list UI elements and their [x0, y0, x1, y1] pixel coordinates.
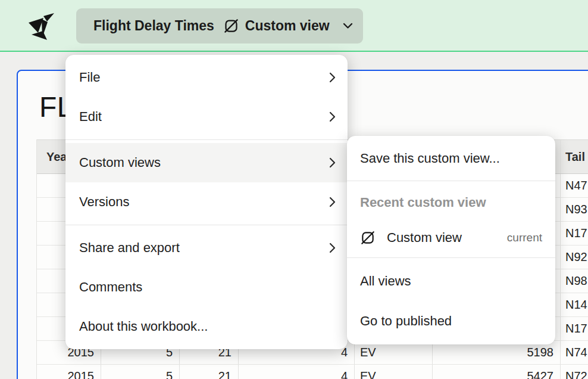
menu-divider [347, 257, 555, 258]
cell[interactable]: N74 [561, 341, 588, 364]
cell[interactable]: 2015 [37, 365, 101, 379]
menu-item-custom-views[interactable]: Custom views [65, 143, 348, 182]
menu-item-versions[interactable]: Versions [65, 182, 348, 222]
submenu-item-label: Custom view [387, 230, 462, 246]
submenu-item-label: Go to published [360, 313, 452, 329]
chevron-right-icon [329, 111, 336, 122]
menu-item-about-workbook[interactable]: About this workbook... [65, 307, 348, 346]
table-row: 2015 5 21 4 EV 5427 N72 [37, 365, 588, 379]
current-status-badge: current [507, 231, 542, 244]
cell[interactable]: N92 [561, 246, 588, 269]
origami-bird-logo-icon[interactable] [17, 6, 55, 44]
submenu-item-label: Save this custom view... [360, 151, 500, 166]
submenu-item-save-custom-view[interactable]: Save this custom view... [347, 139, 555, 178]
cell[interactable]: 4 [239, 365, 355, 379]
chevron-right-icon [329, 243, 336, 253]
chevron-right-icon [329, 72, 336, 83]
cell[interactable]: 21 [180, 365, 239, 379]
menu-divider [65, 225, 348, 225]
menu-item-label: File [79, 70, 100, 85]
submenu-item-all-views[interactable]: All views [347, 261, 555, 302]
submenu-section-header-recent: Recent custom view [347, 184, 555, 221]
cell[interactable]: N98 [561, 269, 588, 293]
chevron-down-icon [343, 23, 353, 29]
cell[interactable]: N72 [561, 365, 588, 379]
column-header-tail[interactable]: Tail [561, 140, 588, 173]
menu-item-label: Versions [79, 194, 129, 210]
section-header-label: Recent custom view [360, 195, 486, 210]
cell[interactable]: N17 [561, 317, 588, 340]
submenu-item-go-to-published[interactable]: Go to published [347, 302, 555, 341]
cell[interactable]: EV [355, 365, 433, 379]
submenu-item-custom-view[interactable]: Custom view current [347, 221, 555, 254]
custom-view-badge-icon [360, 230, 376, 246]
cell[interactable]: 5427 [433, 365, 561, 379]
cell[interactable]: N47 [561, 174, 588, 197]
menu-divider [347, 181, 555, 181]
menu-item-label: Comments [79, 279, 142, 295]
menu-item-label: Custom views [79, 155, 161, 170]
submenu-item-label: All views [360, 274, 411, 289]
top-bar: Flight Delay Times Custom view [0, 0, 588, 52]
menu-item-label: Edit [79, 109, 102, 125]
cell[interactable]: 5 [101, 365, 180, 379]
cell[interactable]: N14 [561, 293, 588, 316]
menu-item-edit[interactable]: Edit [65, 97, 348, 136]
menu-item-label: Share and export [79, 240, 180, 256]
chevron-right-icon [329, 157, 336, 168]
menu-item-share-and-export[interactable]: Share and export [65, 228, 348, 268]
current-view-label: Custom view [245, 18, 330, 34]
cell[interactable]: N93 [561, 198, 588, 221]
workbook-title-button[interactable]: Flight Delay Times Custom view [76, 8, 363, 44]
chevron-right-icon [329, 197, 336, 207]
custom-views-submenu: Save this custom view... Recent custom v… [347, 136, 555, 344]
custom-view-badge-icon [223, 18, 239, 34]
workbook-menu: File Edit Custom views Versions Share an… [65, 55, 348, 349]
cell[interactable]: N17 [561, 222, 588, 245]
menu-item-comments[interactable]: Comments [65, 268, 348, 307]
menu-item-file[interactable]: File [65, 58, 348, 97]
workbook-title: Flight Delay Times [93, 18, 214, 34]
menu-item-label: About this workbook... [79, 319, 208, 334]
menu-divider [65, 139, 348, 140]
